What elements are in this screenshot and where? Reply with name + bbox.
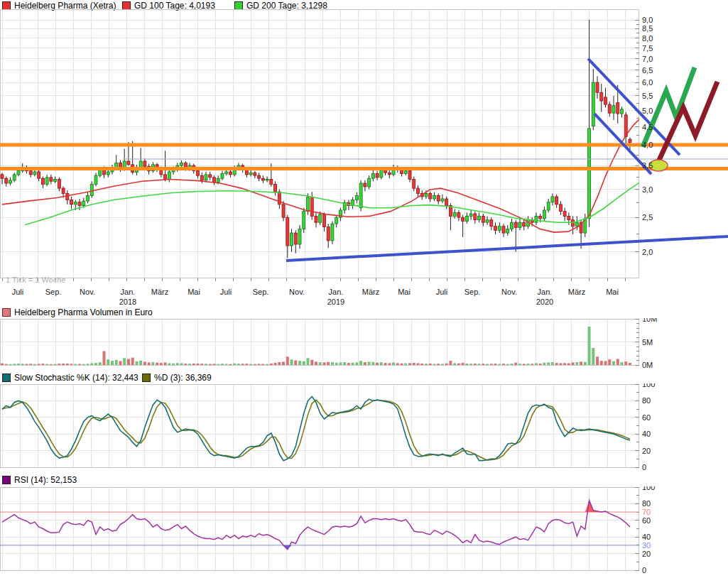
svg-text:60: 60 bbox=[642, 516, 651, 525]
main-candlestick-chart: 9,08,58,07,57,06,56,05,55,04,54,03,53,02… bbox=[0, 0, 728, 307]
svg-text:Jan.: Jan. bbox=[538, 288, 553, 296]
svg-text:100: 100 bbox=[642, 383, 655, 388]
svg-text:4,5: 4,5 bbox=[642, 123, 653, 131]
svg-text:8,0: 8,0 bbox=[642, 34, 653, 43]
svg-text:Nov.: Nov. bbox=[501, 288, 517, 296]
svg-text:Nov.: Nov. bbox=[289, 288, 305, 296]
tick-note: 1 Tick = 1 Woche bbox=[6, 276, 65, 284]
rsi-chart: 1008070604030200 bbox=[0, 486, 728, 575]
svg-text:5M: 5M bbox=[642, 338, 653, 347]
svg-text:Sep.: Sep. bbox=[45, 288, 62, 296]
svg-text:Juli: Juli bbox=[436, 288, 448, 296]
panel-grid bbox=[0, 384, 639, 467]
svg-text:Jan.: Jan. bbox=[329, 288, 344, 296]
panel-grid bbox=[0, 487, 639, 570]
stochastic-d-color-swatch bbox=[142, 373, 151, 382]
stochastic-d-label: %D (3): 36,369 bbox=[154, 373, 212, 383]
stoch-y-axis-labels: 100806040200 bbox=[642, 383, 655, 471]
stochastic-k-color-swatch bbox=[2, 373, 11, 382]
volume-grid bbox=[0, 319, 639, 365]
svg-text:9,0: 9,0 bbox=[642, 16, 653, 24]
svg-text:40: 40 bbox=[642, 430, 651, 438]
svg-text:5,0: 5,0 bbox=[642, 107, 653, 115]
legend-rsi: RSI (14): 52,153 bbox=[2, 475, 77, 484]
legend-stochastic-k: Slow Stochastic %K (14): 32,443 bbox=[2, 373, 138, 382]
stochastic-k-label: Slow Stochastic %K (14): 32,443 bbox=[14, 373, 138, 383]
svg-text:40: 40 bbox=[642, 533, 651, 541]
svg-text:80: 80 bbox=[642, 499, 651, 508]
svg-text:Juli: Juli bbox=[220, 288, 232, 296]
svg-text:3,0: 3,0 bbox=[642, 185, 653, 194]
svg-text:Mai: Mai bbox=[606, 288, 619, 296]
svg-text:0M: 0M bbox=[642, 361, 653, 369]
svg-text:Nov.: Nov. bbox=[80, 288, 95, 296]
svg-text:6,0: 6,0 bbox=[642, 78, 653, 87]
svg-text:2,0: 2,0 bbox=[642, 248, 653, 256]
svg-text:20: 20 bbox=[642, 550, 651, 558]
legend-volume: Heidelberg Pharma Volumen in Euro bbox=[2, 307, 153, 317]
rsi-color-swatch bbox=[2, 476, 11, 484]
svg-text:4,0: 4,0 bbox=[642, 141, 653, 149]
svg-text:2,5: 2,5 bbox=[642, 213, 653, 222]
svg-text:Mai: Mai bbox=[188, 288, 200, 296]
svg-text:Sep.: Sep. bbox=[464, 288, 481, 296]
chart-page: Heidelberg Pharma (Xetra) GD 100 Tage: 4… bbox=[0, 0, 728, 578]
svg-text:30: 30 bbox=[642, 541, 651, 550]
svg-text:80: 80 bbox=[642, 396, 651, 405]
svg-text:März: März bbox=[151, 288, 168, 296]
main-x-axis-labels: JuliSep.Nov.Jan.2018MärzMaiJuliSep.Nov.J… bbox=[12, 288, 619, 306]
volume-bars bbox=[1, 327, 631, 365]
volume-title: Heidelberg Pharma Volumen in Euro bbox=[14, 307, 153, 317]
svg-text:2020: 2020 bbox=[536, 298, 553, 306]
svg-text:60: 60 bbox=[642, 413, 651, 422]
rsi-label: RSI (14): 52,153 bbox=[14, 475, 77, 485]
svg-text:0: 0 bbox=[642, 463, 646, 471]
volume-chart: 10M5M0M bbox=[0, 318, 728, 372]
uptrend-support-line bbox=[286, 236, 728, 261]
svg-text:1 Tick = 1 Woche: 1 Tick = 1 Woche bbox=[6, 276, 65, 284]
main-axis-ticks bbox=[2, 20, 639, 281]
svg-text:5,5: 5,5 bbox=[642, 92, 653, 100]
svg-text:8,5: 8,5 bbox=[642, 24, 653, 33]
svg-text:Jan.: Jan. bbox=[121, 288, 136, 296]
svg-text:10M: 10M bbox=[642, 318, 657, 323]
svg-text:7,0: 7,0 bbox=[642, 55, 653, 63]
svg-text:März: März bbox=[362, 288, 379, 296]
volume-color-swatch bbox=[2, 308, 11, 317]
svg-text:2018: 2018 bbox=[119, 298, 136, 306]
rsi-y-axis-labels: 1008070604030200 bbox=[642, 486, 655, 574]
svg-text:100: 100 bbox=[642, 486, 655, 491]
svg-text:20: 20 bbox=[642, 447, 651, 455]
svg-text:7,5: 7,5 bbox=[642, 44, 653, 53]
svg-text:Sep.: Sep. bbox=[253, 288, 269, 296]
svg-text:70: 70 bbox=[642, 508, 651, 516]
projection-arrows bbox=[643, 67, 717, 165]
legend-stochastic-d: %D (3): 36,369 bbox=[142, 373, 212, 382]
svg-text:März: März bbox=[568, 288, 585, 296]
stochastic-chart: 100806040200 bbox=[0, 383, 728, 472]
svg-text:3,5: 3,5 bbox=[642, 161, 653, 170]
svg-text:Juli: Juli bbox=[12, 288, 24, 296]
svg-text:Mai: Mai bbox=[398, 288, 411, 296]
candles-layer bbox=[1, 20, 631, 258]
svg-text:2019: 2019 bbox=[327, 298, 344, 306]
volume-y-axis-labels: 10M5M0M bbox=[642, 318, 657, 369]
svg-text:6,5: 6,5 bbox=[642, 66, 653, 75]
svg-text:0: 0 bbox=[642, 566, 646, 574]
